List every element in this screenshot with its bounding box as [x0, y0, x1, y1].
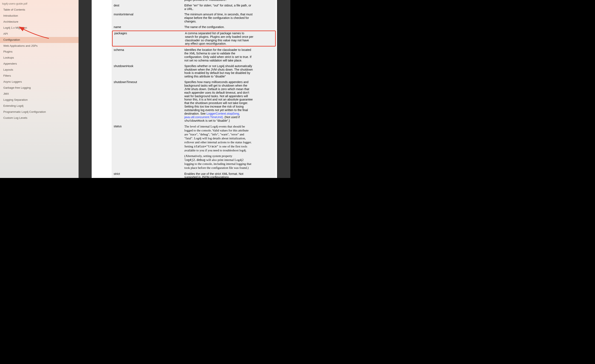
table-row: schemaIdentifies the location for the cl…: [114, 48, 275, 62]
toc-item[interactable]: Custom Log Levels: [0, 115, 78, 121]
toc-item[interactable]: Logging Separation: [0, 97, 78, 103]
toc-item[interactable]: Garbage-free Logging: [0, 85, 78, 91]
attr-description: (Alternatively, setting system property …: [184, 154, 253, 170]
table-row: shutdownHookSpecifies whether or not Log…: [114, 64, 275, 79]
attr-description: Specifies whether or not Log4j should au…: [184, 64, 253, 78]
toc-item[interactable]: Layouts: [0, 67, 78, 73]
toc-item[interactable]: Introduction: [0, 13, 78, 19]
toc-list: Table of ContentsIntroductionArchitectur…: [0, 7, 78, 121]
toc-item[interactable]: Appenders: [0, 61, 78, 67]
code-literal: status="trace": [194, 145, 219, 148]
attr-description: Specifies how many milliseconds appender…: [184, 80, 253, 122]
table-row: statusThe level of internal Log4j events…: [114, 124, 275, 171]
attr-description: Enables the use of the strict XML format…: [184, 172, 253, 178]
table-row: strictEnables the use of the strict XML …: [114, 172, 275, 178]
toc-item[interactable]: Extending Log4j: [0, 103, 78, 109]
page-viewer[interactable]: SocketAppender configurations. The only …: [92, 0, 290, 178]
table-row: destEither "err" for stderr, "out" for s…: [114, 3, 275, 11]
table-row: packagesA comma separated list of packag…: [112, 31, 276, 47]
attr-name: packages: [113, 32, 185, 46]
toc-item[interactable]: JMX: [0, 91, 78, 97]
table-row: SocketAppender configurations. The only …: [114, 0, 275, 2]
attr-description: Either "err" for stderr, "out" for stdou…: [184, 4, 253, 11]
table-row: monitorIntervalThe minimum amount of tim…: [114, 12, 275, 24]
document-title: log4j-users-guide.pdf: [0, 1, 78, 7]
attr-name: monitorInterval: [114, 13, 184, 23]
doc-link[interactable]: LoggerContext.stop(long, java.util.concu…: [184, 112, 240, 119]
toc-item[interactable]: Async Loggers: [0, 79, 78, 85]
toc-item[interactable]: Web Applications and JSPs: [0, 43, 78, 49]
attr-name: status: [114, 124, 184, 170]
attr-name: shutdownTimeout: [114, 80, 184, 122]
attr-name: shutdownHook: [114, 64, 184, 78]
toc-item[interactable]: API: [0, 31, 78, 37]
attr-description: The name of the configuration.: [184, 25, 253, 29]
toc-item[interactable]: Programmatic Log4j Configuration: [0, 109, 78, 115]
viewer-gutter-right: [277, 0, 290, 178]
table-row: shutdownTimeoutSpecifies how many millis…: [114, 80, 275, 123]
viewer-gutter-left: [78, 0, 92, 178]
toc-item[interactable]: Lookups: [0, 55, 78, 61]
attributes-table: SocketAppender configurations. The only …: [114, 0, 275, 178]
sidebar-outline: log4j-users-guide.pdf Table of ContentsI…: [0, 0, 78, 178]
attr-name: schema: [114, 48, 184, 62]
code-literal: log4j2.debug: [184, 158, 205, 162]
toc-item[interactable]: Plugins: [0, 49, 78, 55]
toc-item[interactable]: Log4j 1.x Migration: [0, 25, 78, 31]
attr-name: dest: [114, 4, 184, 11]
attr-name: [114, 0, 184, 2]
toc-item[interactable]: Table of Contents: [0, 7, 78, 13]
toc-item[interactable]: Configuration: [0, 37, 78, 43]
code-literal: shutdownHook: [184, 119, 205, 122]
attr-name: strict: [114, 172, 184, 178]
attr-description: SocketAppender configurations. The only …: [184, 0, 253, 2]
attr-description: The level of internal Log4j events that …: [184, 124, 253, 152]
table-row: nameThe name of the configuration.: [114, 25, 275, 29]
attr-name: name: [114, 25, 184, 29]
pdf-page: SocketAppender configurations. The only …: [92, 0, 277, 178]
toc-item[interactable]: Architecture: [0, 19, 78, 25]
attr-description: A comma separated list of package names …: [185, 32, 254, 46]
toc-item[interactable]: Filters: [0, 73, 78, 79]
attr-description: Identifies the location for the classloa…: [184, 48, 253, 62]
attr-description: The minimum amount of time, in seconds, …: [184, 13, 253, 23]
